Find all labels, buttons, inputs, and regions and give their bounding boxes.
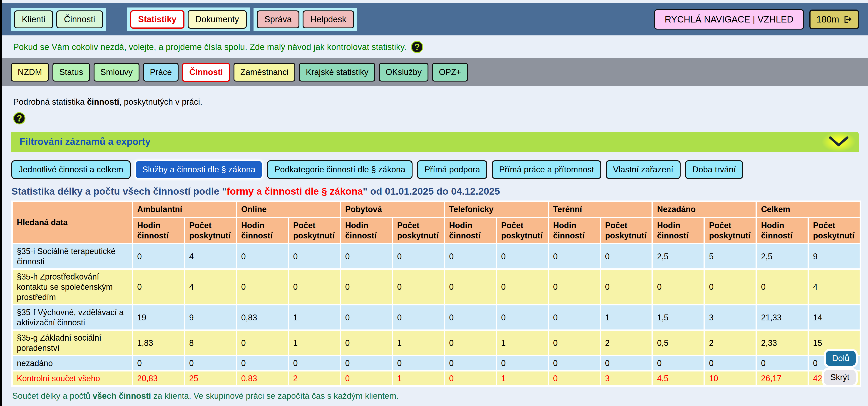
cell-value: 0 (237, 270, 288, 304)
cell-value: 26,17 (757, 372, 808, 385)
cell-value: 4 (809, 270, 860, 304)
row-label: §35-g Základní sociální poradenství (13, 331, 132, 355)
support-hint-text: Pokud se Vám cokoliv nezdá, volejte, a p… (13, 42, 406, 52)
cell-value: 4 (185, 244, 236, 269)
cell-value: 0 (133, 270, 184, 304)
row-label: nezadáno (13, 356, 132, 370)
sub-nav-oksluzby[interactable]: OKslužby (379, 63, 428, 82)
question-mark-icon[interactable]: ? (411, 41, 423, 53)
cell-value: 0 (445, 270, 496, 304)
cell-value: 0 (393, 270, 444, 304)
cell-value: 8 (185, 331, 236, 355)
filter-panel-header[interactable]: Filtrování záznamů a exporty (11, 132, 859, 152)
column-group-terenni: Terénní (549, 202, 652, 217)
column-subheader-online-pocet-poskytnuti: Počet poskytnutí (289, 218, 340, 243)
cell-value: 0 (237, 244, 288, 269)
cell-value: 0 (601, 270, 652, 304)
tab-doba-trvani[interactable]: Doba trvání (685, 160, 743, 179)
tab-sluzby-a-cinnosti-dle-zakona[interactable]: Služby a činnosti dle § zákona (135, 160, 263, 179)
cell-value: 0 (445, 305, 496, 330)
column-group-telefonicky: Telefonicky (445, 202, 548, 217)
table-row: §35-g Základní sociální poradenství1,838… (13, 331, 860, 355)
top-nav-sprava[interactable]: Správa (257, 10, 300, 28)
top-nav-group: StatistikyDokumenty (127, 7, 250, 31)
top-nav-dokumenty[interactable]: Dokumenty (188, 10, 247, 29)
cell-value: 0 (341, 305, 392, 330)
cell-value: 0 (237, 331, 288, 355)
top-nav-group: KlientiČinnosti (11, 8, 106, 31)
cell-value: 0 (393, 244, 444, 269)
top-right-controls: RYCHLÁ NAVIGACE | VZHLED 180m (654, 9, 859, 30)
cell-value: 0 (341, 331, 392, 355)
table-corner-header: Hledaná data (13, 202, 132, 243)
cell-value: 0 (549, 372, 600, 385)
tab-prima-prace-a-pritomnost[interactable]: Přímá práce a přítomnost (492, 160, 601, 179)
sub-nav-nzdm[interactable]: NZDM (11, 63, 49, 82)
cell-value: 0 (341, 270, 392, 304)
filter-panel-title: Filtrování záznamů a exporty (20, 136, 150, 147)
row-label: Kontrolní součet všeho (13, 372, 132, 385)
column-group-ambulantni: Ambulantní (133, 202, 236, 217)
top-nav-klienti[interactable]: Klienti (14, 10, 53, 28)
section-heading-highlight: formy a činnosti dle § zákona (227, 186, 363, 197)
window-left-border (0, 0, 2, 406)
cell-value: 1 (497, 372, 548, 385)
sub-nav-status[interactable]: Status (53, 63, 90, 82)
table-row: nezadáno00000000000000 (13, 356, 860, 370)
top-nav-helpdesk[interactable]: Helpdesk (303, 10, 354, 28)
cell-value: 0 (653, 356, 704, 370)
cell-value: 0 (133, 244, 184, 269)
cell-value: 0 (497, 270, 548, 304)
sub-nav-krajske-statistiky[interactable]: Krajské statistiky (299, 63, 375, 82)
column-group-online: Online (237, 202, 340, 217)
row-label: §35-h Zprostředkování kontaktu se společ… (13, 270, 132, 304)
cell-value: 2 (601, 331, 652, 355)
top-nav-statistiky[interactable]: Statistiky (130, 10, 184, 29)
cell-value: 0,5 (653, 331, 704, 355)
cell-value: 0 (341, 244, 392, 269)
tab-vlastni-zarazeni[interactable]: Vlastní zařazení (606, 160, 681, 179)
cell-value: 0 (549, 331, 600, 355)
page-description-suffix: , poskytnutých v práci. (119, 97, 203, 106)
table-note: Součet délky a počtů všech činností za k… (12, 391, 868, 401)
sub-nav-prace[interactable]: Práce (143, 63, 179, 82)
cell-value: 0 (341, 356, 392, 370)
quick-navigation-button[interactable]: RYCHLÁ NAVIGACE | VZHLED (654, 9, 804, 30)
cell-value: 3 (601, 372, 652, 385)
sub-nav-zamestnanci[interactable]: Zaměstnanci (234, 63, 295, 82)
tab-jednotlive-cinnosti-a-celkem[interactable]: Jednotlivé činnosti a celkem (11, 160, 131, 179)
scroll-down-button[interactable]: Dolů (826, 351, 856, 366)
cell-value: 0 (445, 331, 496, 355)
session-timer-button[interactable]: 180m (809, 9, 859, 29)
column-subheader-pobytova-hodin-cinnosti: Hodin činností (341, 218, 392, 243)
cell-value: 9 (809, 244, 860, 269)
cell-value: 0 (289, 270, 340, 304)
top-nav-cinnosti[interactable]: Činnosti (56, 10, 103, 28)
column-subheader-pobytova-pocet-poskytnuti: Počet poskytnutí (393, 218, 444, 243)
table-note-bold: všech činností (93, 391, 151, 401)
cell-value: 19 (133, 305, 184, 330)
cell-value: 0 (705, 270, 755, 304)
column-subheader-celkem-hodin-cinnosti: Hodin činností (757, 218, 808, 243)
cell-value: 0 (601, 244, 652, 269)
sub-nav-cinnosti[interactable]: Činnosti (182, 63, 230, 82)
chevron-down-icon[interactable] (822, 132, 856, 152)
table-row: Kontrolní součet všeho20,83250,832010103… (13, 372, 860, 385)
sub-nav-smlouvy[interactable]: Smlouvy (94, 63, 140, 82)
tab-prima-podpora[interactable]: Přímá podpora (417, 160, 487, 179)
tab-podkategorie-cinnosti-dle-zakona[interactable]: Podkategorie činností dle § zákona (267, 160, 412, 179)
cell-value: 0 (757, 356, 808, 370)
row-label: §35-i Sociálně terapeutické činnosti (13, 244, 132, 269)
cell-value: 0 (601, 356, 652, 370)
sub-nav-opz[interactable]: OPZ+ (432, 63, 468, 82)
logout-icon (842, 14, 852, 24)
column-subheader-nezadano-hodin-cinnosti: Hodin činností (653, 218, 704, 243)
question-mark-icon[interactable]: ? (13, 112, 26, 124)
section-heading-prefix: Statistika délky a počtu všech činností … (11, 186, 227, 197)
page-description: Podrobná statistika činností, poskytnutý… (13, 97, 868, 107)
cell-value: 25 (185, 372, 236, 385)
cell-value: 1 (289, 331, 340, 355)
hide-controls-button[interactable]: Skrýt (824, 370, 856, 385)
column-subheader-terenni-pocet-poskytnuti: Počet poskytnutí (601, 218, 652, 243)
column-subheader-ambulantni-hodin-cinnosti: Hodin činností (133, 218, 184, 243)
